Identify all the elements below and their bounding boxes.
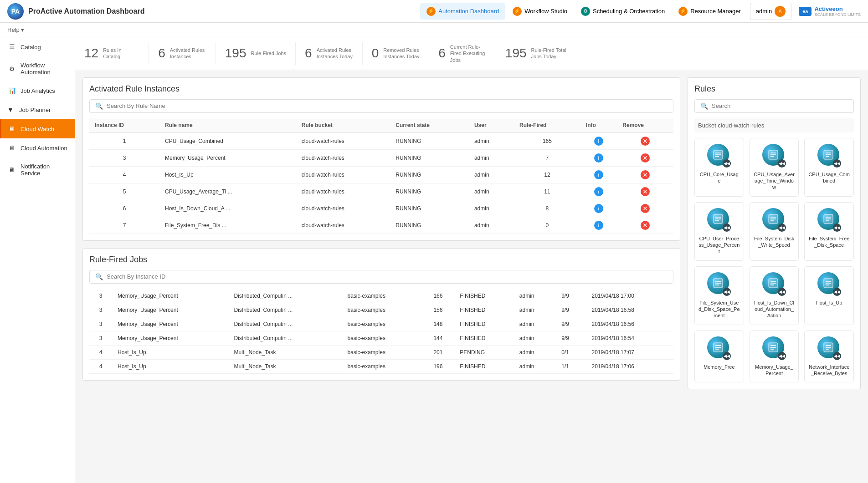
job-status: FINISHED xyxy=(454,303,514,317)
sidebar-item-cloud-watch[interactable]: 🖥 Cloud Watch xyxy=(0,119,75,138)
cloud-automation-icon: 🖥 xyxy=(8,144,16,152)
sidebar-item-workflow-automation[interactable]: ⚙ Workflow Automation xyxy=(0,56,75,81)
help-button[interactable]: Help ▾ xyxy=(7,26,24,33)
job-id[interactable]: 201 xyxy=(422,345,455,359)
sidebar-item-cloud-automation[interactable]: 🖥 Cloud Automation xyxy=(0,138,75,158)
remove-icon[interactable]: ✕ xyxy=(641,187,650,196)
table-row: 3 Memory_Usage_Percent Distributed_Compu… xyxy=(89,331,673,345)
logo-area: PA ProActive Automation Dashboard xyxy=(7,3,144,20)
rule-card[interactable]: ◀◀ File_System_Disk_Write_Speed xyxy=(750,202,799,261)
rule-name-cell[interactable]: Host_Is_Down_Cloud_A ... xyxy=(159,200,296,217)
nav-btn-resource-manager[interactable]: ⚡ Resource Manager xyxy=(672,3,747,20)
rule-card[interactable]: ◀◀ Network_Interface_Receive_Bytes xyxy=(804,330,854,383)
rule-name-cell[interactable]: Memory_Usage_Percent xyxy=(159,149,296,166)
rule-icon-wrap: ◀◀ xyxy=(817,208,841,232)
remove-cell[interactable]: ✕ xyxy=(617,217,673,234)
rule-card[interactable]: ◀◀ Host_Is_Down_Cloud_Automation_Action xyxy=(750,266,799,325)
info-cell[interactable]: i xyxy=(580,183,617,200)
rule-card-name: File_System_Disk_Write_Speed xyxy=(754,235,795,249)
info-cell[interactable]: i xyxy=(580,166,617,183)
rule-badge: ◀◀ xyxy=(778,159,786,168)
admin-button[interactable]: admin A xyxy=(750,3,791,20)
stat-rule-fired-jobs: 195 Rule-Fired Jobs xyxy=(216,42,296,65)
rule-workflow-icon xyxy=(767,149,779,161)
rule-card[interactable]: ◀◀ CPU_Usage_Average_Time_Window xyxy=(750,138,799,197)
table-row: 3 Memory_Usage_Percent Distributed_Compu… xyxy=(89,289,673,303)
remove-cell[interactable]: ✕ xyxy=(617,132,673,150)
job-rule-name[interactable]: Host_Is_Up xyxy=(112,345,229,359)
job-rule-name[interactable]: Host_Is_Up xyxy=(112,359,229,373)
rule-name-cell[interactable]: CPU_Usage_Average_Ti ... xyxy=(159,183,296,200)
sidebar-item-notification-service[interactable]: 🖥 Notification Service xyxy=(0,158,75,182)
rules-search-input[interactable] xyxy=(712,102,848,109)
job-rule-name[interactable]: Memory_Usage_Percent xyxy=(112,303,229,317)
rule-card[interactable]: ◀◀ CPU_Usage_Combined xyxy=(804,138,854,197)
info-icon[interactable]: i xyxy=(594,153,603,163)
fired-cell: 0 xyxy=(514,217,580,234)
remove-cell[interactable]: ✕ xyxy=(617,149,673,166)
job-id[interactable]: 166 xyxy=(422,289,455,303)
remove-cell[interactable]: ✕ xyxy=(617,166,673,183)
sidebar-item-catalog[interactable]: ☰ Catalog xyxy=(0,37,75,56)
info-cell[interactable]: i xyxy=(580,200,617,217)
sidebar-item-job-planner[interactable]: ▼ Job Planner xyxy=(0,100,75,119)
rule-card[interactable]: ◀◀ File_System_Used_Disk_Space_Percent xyxy=(694,266,744,325)
job-instance-id: 4 xyxy=(89,359,112,373)
nav-btn-automation-dashboard[interactable]: ⚡ Automation Dashboard xyxy=(420,3,505,20)
rule-card[interactable]: ◀◀ CPU_Core_Usage xyxy=(694,138,744,197)
remove-icon[interactable]: ✕ xyxy=(641,221,650,230)
rule-workflow-icon xyxy=(767,213,779,225)
rule-card-name: Memory_Free xyxy=(704,364,734,370)
sidebar-item-job-analytics[interactable]: 📊 Job Analytics xyxy=(0,81,75,100)
info-cell[interactable]: i xyxy=(580,217,617,234)
info-cell[interactable]: i xyxy=(580,149,617,166)
rule-badge: ◀◀ xyxy=(833,352,841,360)
remove-icon[interactable]: ✕ xyxy=(641,153,650,163)
job-rule-name[interactable]: Memory_Usage_Percent xyxy=(112,289,229,303)
job-rule-name[interactable]: Memory_Usage_Percent xyxy=(112,331,229,345)
info-icon[interactable]: i xyxy=(594,170,603,179)
rule-card-name: CPU_Usage_Combined xyxy=(808,171,850,184)
rule-name-cell[interactable]: CPU_Usage_Combined xyxy=(159,132,296,150)
nav-btn-scheduling[interactable]: ⚙ Scheduling & Orchestration xyxy=(575,3,671,20)
job-status: FINISHED xyxy=(454,317,514,331)
rule-name-cell[interactable]: Host_Is_Up xyxy=(159,166,296,183)
left-panel: Activated Rule Instances 🔍 Instance ID R… xyxy=(82,77,680,476)
table-row: 3 Memory_Usage_Percent Distributed_Compu… xyxy=(89,317,673,331)
info-icon[interactable]: i xyxy=(594,137,603,146)
info-icon[interactable]: i xyxy=(594,187,603,196)
rule-card[interactable]: ◀◀ CPU_User_Process_Usage_Percent xyxy=(694,202,744,261)
rule-card[interactable]: ◀◀ Memory_Free xyxy=(694,330,744,383)
remove-cell[interactable]: ✕ xyxy=(617,200,673,217)
rule-card[interactable]: ◀◀ Host_Is_Up xyxy=(804,266,854,325)
scheduling-icon: ⚙ xyxy=(581,7,590,16)
rule-card[interactable]: ◀◀ File_System_Free_Disk_Space xyxy=(804,202,854,261)
rule-fired-jobs-search-input[interactable] xyxy=(107,273,668,280)
remove-icon[interactable]: ✕ xyxy=(641,137,650,146)
remove-cell[interactable]: ✕ xyxy=(617,183,673,200)
rules-search-icon: 🔍 xyxy=(700,102,708,110)
stats-bar: 12 Rules In Catalog 6 Activated Rules In… xyxy=(75,37,868,70)
activated-rules-search-input[interactable] xyxy=(107,102,668,109)
job-rule-name[interactable]: Memory_Usage_Percent xyxy=(112,317,229,331)
rule-icon-wrap: ◀◀ xyxy=(707,208,731,232)
job-id[interactable]: 156 xyxy=(422,303,455,317)
job-id[interactable]: 148 xyxy=(422,317,455,331)
activeeon-logo: ea Activeeon SCALE BEYOND LIMITS xyxy=(799,5,861,17)
rule-fired-jobs-search-bar[interactable]: 🔍 xyxy=(89,270,673,284)
main-layout: ☰ Catalog ⚙ Workflow Automation 📊 Job An… xyxy=(0,37,868,483)
remove-icon[interactable]: ✕ xyxy=(641,204,650,213)
rules-search-bar[interactable]: 🔍 xyxy=(694,99,854,113)
job-id[interactable]: 144 xyxy=(422,331,455,345)
nav-btn-workflow-studio[interactable]: ⚡ Workflow Studio xyxy=(506,3,574,20)
workflow-studio-icon: ⚡ xyxy=(513,7,522,16)
activated-rules-search-bar[interactable]: 🔍 xyxy=(89,99,673,113)
job-id[interactable]: 196 xyxy=(422,359,455,373)
fired-cell: 165 xyxy=(514,132,580,150)
info-icon[interactable]: i xyxy=(594,221,603,230)
rule-name-cell[interactable]: File_System_Free_Dis ... xyxy=(159,217,296,234)
info-cell[interactable]: i xyxy=(580,132,617,150)
info-icon[interactable]: i xyxy=(594,204,603,213)
remove-icon[interactable]: ✕ xyxy=(641,170,650,179)
rule-card[interactable]: ◀◀ Memory_Usage_Percent xyxy=(750,330,799,383)
